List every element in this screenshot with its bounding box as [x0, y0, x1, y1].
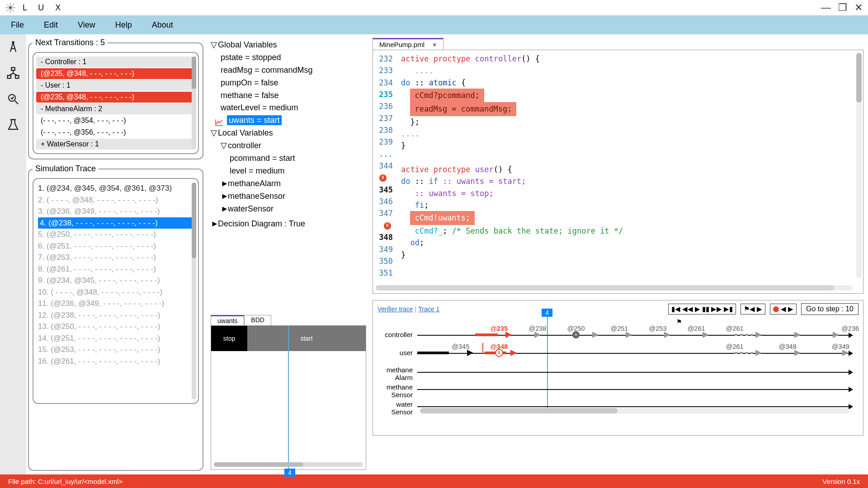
trace-box: 1. (@234, @345, @354, @361, @373) 2. ( -…: [33, 178, 199, 404]
lane-methane-sensor: [417, 389, 850, 390]
transition-group[interactable]: - User : 1: [36, 80, 193, 91]
code-horizontal-scrollbar[interactable]: [376, 285, 853, 291]
trace-row[interactable]: 1. (@234, @345, @354, @361, @373): [38, 183, 193, 194]
uwants-scrollbar[interactable]: [214, 462, 363, 467]
step-to-end-icon[interactable]: ▶▮: [724, 305, 733, 313]
trace-row[interactable]: 8. (@261, - - - -, - - - -, - - - -, - -…: [38, 263, 193, 275]
transitions-scrollbar[interactable]: [192, 56, 196, 150]
locals-node[interactable]: ►waterSensor: [211, 203, 366, 216]
svg-rect-8: [15, 75, 19, 78]
trace-row[interactable]: 5. (@250, - - - -, - - - -, - - - -, - -…: [38, 229, 193, 240]
transition-row[interactable]: (- - -, - - -, @356, - - -, - - -): [36, 127, 193, 138]
flag-icon: ⚑: [676, 318, 682, 325]
flask-tool-icon[interactable]: [6, 118, 20, 133]
minimize-icon[interactable]: ―: [821, 2, 831, 14]
locals-node[interactable]: ►methaneSensor: [211, 190, 366, 203]
transition-group[interactable]: - Controller : 1: [36, 56, 193, 67]
locals-node[interactable]: ►methaneAlarm: [211, 178, 366, 190]
breakpoint-icon[interactable]: ⅠⅠ: [379, 174, 387, 182]
pause-node-icon[interactable]: ⅠⅠ: [495, 349, 503, 357]
lane-label: waterSensor: [377, 401, 413, 416]
locals-controller[interactable]: ▽controller: [211, 140, 366, 152]
trace-row[interactable]: 16. (@261, - - - -, - - - -, - - - -, - …: [38, 356, 193, 367]
trace-row[interactable]: 14. (@251, - - - -, - - - -, - - - -, - …: [38, 333, 193, 344]
global-var-highlight[interactable]: uwants = start: [211, 114, 366, 127]
variables-panel: ▽Global Variables pstate = stopped readM…: [207, 34, 370, 474]
trace-list[interactable]: 1. (@234, @345, @354, @361, @373) 2. ( -…: [35, 182, 196, 368]
flag-back-icon[interactable]: ⚑◀: [744, 305, 755, 313]
file-tab[interactable]: MinePump.pml ×: [373, 38, 443, 50]
compass-tool-icon[interactable]: [6, 41, 20, 56]
global-var: methane = false: [211, 89, 366, 102]
event-arrow-icon: [842, 350, 849, 356]
trace-row[interactable]: 2. ( - - - -, @348, - - - -, - - - -, - …: [38, 194, 193, 206]
trace-row-selected[interactable]: 4. (@238, - - - -, - - - -, - - - -, - -…: [38, 217, 193, 229]
code-body[interactable]: active proctype controller() { .... do :…: [396, 50, 627, 293]
trace-row[interactable]: 15. (@253, - - - -, - - - -, - - - -, - …: [38, 344, 193, 356]
svg-rect-6: [11, 68, 15, 70]
trace-row[interactable]: 13. (@250, - - - -, - - - -, - - - -, - …: [38, 321, 193, 333]
trace-row[interactable]: 6. (@251, - - - -, - - - -, - - - -, - -…: [38, 240, 193, 252]
event-arrow-icon: [505, 332, 512, 338]
file-tab-close-icon[interactable]: ×: [433, 41, 437, 48]
trace-row[interactable]: 9. (@234, @345, - - - -, - - - -, - - - …: [38, 275, 193, 286]
svg-line-10: [15, 101, 19, 104]
record-back-icon[interactable]: ◀: [781, 305, 786, 313]
rewind-icon[interactable]: ◀◀: [682, 305, 693, 313]
transition-group[interactable]: + WaterSensor : 1: [36, 139, 193, 150]
uwants-chart: stop start 4: [211, 325, 366, 470]
maximize-icon[interactable]: ❐: [838, 2, 847, 14]
search-tool-icon[interactable]: [6, 92, 20, 107]
menu-help[interactable]: Help: [115, 20, 132, 30]
event-arrow-icon: [467, 350, 473, 356]
window-controls: ― ❐ ✕: [821, 2, 863, 14]
lane-label: methaneAlarm: [377, 366, 413, 381]
transition-row[interactable]: (- - -, - - -, @354, - - -, - - -): [36, 115, 193, 126]
play-icon[interactable]: ▶: [695, 305, 700, 313]
simulation-trace-panel: Simulation Trace 1. (@234, @345, @354, @…: [28, 164, 203, 471]
next-transitions-panel: Next Transitions : 5 - Controller : 1 (@…: [28, 38, 203, 160]
menu-about[interactable]: About: [152, 20, 173, 30]
menu-view[interactable]: View: [78, 20, 95, 30]
menu-file[interactable]: File: [11, 20, 24, 30]
trace-row[interactable]: 10. ( - - - -, @348, - - - -, - - - -, -…: [38, 286, 193, 298]
code-editor[interactable]: 232 233 234 235 236 237 238 239 ... 344 …: [373, 50, 863, 294]
timeline-tab-verifier[interactable]: Verifier trace: [377, 305, 413, 313]
transition-row[interactable]: (@235, @348, - - -, - - -, - - -): [36, 68, 193, 79]
timeline-step-cursor[interactable]: [547, 317, 548, 409]
tab-uwants[interactable]: uwants: [211, 315, 244, 325]
globals-header[interactable]: ▽Global Variables: [211, 39, 366, 52]
transition-row[interactable]: (@235, @348, - - -, - - -, - - -): [36, 92, 193, 103]
locals-header[interactable]: ▽Local Variables: [211, 127, 366, 140]
timeline-tab-trace1[interactable]: Trace 1: [418, 305, 439, 313]
fast-forward-icon[interactable]: ▶▶: [711, 305, 722, 313]
step-back-start-icon[interactable]: ▮◀: [671, 305, 680, 313]
playback-controls: ▮◀ ◀◀ ▶ ▮▮ ▶▶ ▶▮: [668, 304, 736, 314]
pause-icon[interactable]: ▮▮: [702, 305, 709, 313]
flag-forward-icon[interactable]: ▶: [757, 305, 762, 313]
event-arrow-icon: [833, 332, 839, 338]
timeline-body[interactable]: 4 controller @235 @238 @250 + @251 @253 …: [377, 320, 859, 415]
timeline-panel: Verifier trace | Trace 1 ▮◀ ◀◀ ▶ ▮▮ ▶▶ ▶…: [373, 300, 863, 436]
record-forward-icon[interactable]: ▶: [788, 305, 793, 313]
goto-step-input[interactable]: Go to step : 10: [801, 303, 859, 315]
trace-row[interactable]: 11. (@236, @349, - - - -, - - - -, - - -…: [38, 298, 193, 310]
decision-diagram[interactable]: ►Decision Diagram : True: [211, 218, 366, 230]
timeline-scrollbar[interactable]: [420, 408, 849, 413]
event-arrow-icon: [794, 350, 801, 356]
trace-row[interactable]: 7. (@253, - - - -, - - - -, - - - -, - -…: [38, 252, 193, 263]
trace-scrollbar[interactable]: [192, 183, 196, 399]
breakpoint-icon[interactable]: ⅠⅠ: [384, 222, 391, 230]
transition-group[interactable]: - MethaneAlarm : 2: [36, 103, 193, 114]
plus-node-icon[interactable]: +: [572, 331, 580, 338]
tab-bdd[interactable]: BDD: [244, 315, 271, 325]
trace-row[interactable]: 12. (@238, - - - -, - - - -, - - - -, - …: [38, 310, 193, 321]
right-panel: MinePump.pml × 232 233 234 235 236 237 2…: [370, 34, 868, 474]
record-icon[interactable]: [773, 306, 779, 312]
code-vertical-scrollbar[interactable]: [856, 53, 862, 278]
diagram-tool-icon[interactable]: [6, 66, 20, 81]
trace-row[interactable]: 3. (@236, @349, - - - -, - - - -, - - - …: [38, 206, 193, 217]
timeline-toolbar: Verifier trace | Trace 1 ▮◀ ◀◀ ▶ ▮▮ ▶▶ ▶…: [377, 303, 859, 315]
menu-edit[interactable]: Edit: [44, 20, 58, 30]
close-icon[interactable]: ✕: [854, 2, 863, 14]
